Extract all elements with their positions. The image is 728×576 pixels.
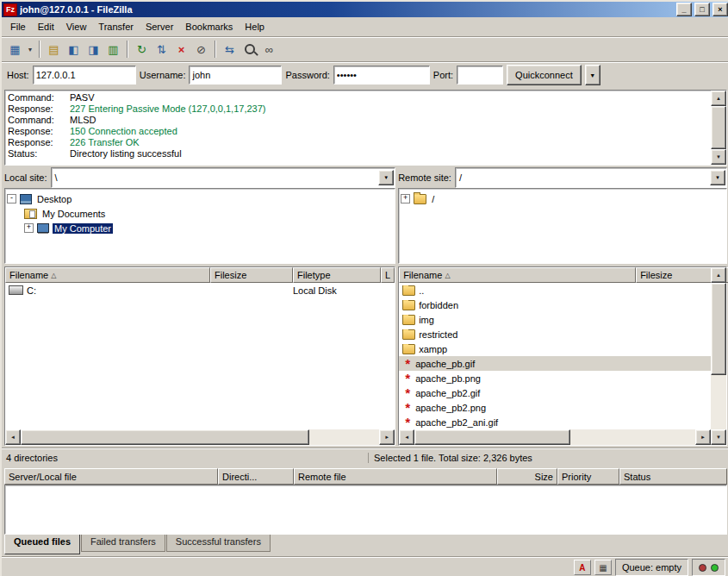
local-site-combo[interactable]: \ ▼ (51, 167, 396, 188)
scroll-track[interactable] (21, 429, 379, 445)
remote-file-row[interactable]: .. (399, 283, 711, 297)
column-last-modified[interactable]: L (381, 267, 395, 283)
remote-file-row[interactable]: xampp (399, 341, 711, 356)
tree-item-desktop[interactable]: - Desktop (7, 191, 393, 206)
local-horizontal-scrollbar[interactable]: ◄ ► (5, 429, 395, 445)
synchronized-browsing-button[interactable]: ∞ (259, 40, 279, 59)
scroll-right-icon[interactable]: ► (695, 429, 711, 445)
scroll-left-icon[interactable]: ◄ (399, 429, 414, 445)
tree-item-my-documents[interactable]: My Documents (7, 206, 393, 221)
remote-file-list: Filename△ Filesize .. forbidden (398, 266, 727, 446)
column-server-local-file[interactable]: Server/Local file (4, 468, 218, 485)
file-size: 2,414 (634, 388, 711, 398)
quickconnect-button[interactable]: Quickconnect (507, 65, 582, 85)
menu-edit[interactable]: Edit (32, 19, 60, 34)
remote-file-row[interactable]: forbidden (399, 297, 711, 312)
disconnect-button[interactable]: ⊘ (191, 40, 211, 59)
toggle-message-log-button[interactable]: ▤ (44, 40, 64, 59)
cancel-button[interactable]: × (171, 40, 191, 59)
process-queue-button[interactable]: ⇅ (152, 40, 171, 59)
log-label: Response: (8, 103, 70, 115)
remote-file-row[interactable]: *apache_pb2.gif 2,414 (399, 385, 711, 400)
remote-file-row-selected[interactable]: *apache_pb.gif 2,326 (399, 356, 711, 371)
refresh-button[interactable]: ↻ (132, 40, 152, 59)
menu-help[interactable]: Help (239, 19, 271, 34)
menu-transfer[interactable]: Transfer (92, 19, 140, 34)
password-input[interactable] (333, 66, 430, 85)
find-files-button[interactable] (240, 40, 259, 59)
scroll-left-icon[interactable]: ◄ (5, 429, 21, 445)
remote-file-row[interactable]: *apache_pb2_ani.gif 2,160 (399, 415, 711, 429)
scroll-right-icon[interactable]: ► (379, 429, 395, 445)
log-line: Response:227 Entering Passive Mode (127,… (8, 103, 708, 115)
quickconnect-dropdown-button[interactable]: ▼ (585, 65, 600, 85)
collapse-icon[interactable]: - (7, 194, 16, 203)
log-line: Response:150 Connection accepted (8, 126, 708, 137)
scroll-up-icon[interactable]: ▲ (711, 267, 726, 283)
column-filename[interactable]: Filename△ (399, 267, 636, 283)
title-bar[interactable]: Fz john@127.0.0.1 - FileZilla _ □ × (2, 2, 728, 17)
receive-led-icon (699, 564, 706, 572)
remote-file-row[interactable]: restricted (399, 327, 711, 341)
maximize-button[interactable]: □ (694, 3, 710, 16)
tab-queued-files[interactable]: Queued files (4, 535, 80, 554)
transfer-type-icon[interactable]: A (574, 560, 591, 575)
scroll-up-icon[interactable]: ▲ (711, 91, 726, 106)
tree-item-my-computer[interactable]: + My Computer (7, 221, 393, 235)
local-file-row[interactable]: C: Local Disk (5, 283, 395, 297)
scroll-thumb[interactable] (711, 283, 726, 375)
column-size[interactable]: Size (497, 468, 557, 485)
toggle-transfer-queue-button[interactable]: ▥ (103, 40, 123, 59)
menu-file[interactable]: File (4, 19, 32, 34)
expand-icon[interactable]: + (401, 194, 410, 203)
menu-server[interactable]: Server (140, 19, 179, 34)
scroll-track[interactable] (414, 429, 695, 445)
combo-arrow-icon[interactable]: ▼ (710, 170, 725, 185)
scroll-down-icon[interactable]: ▼ (711, 149, 726, 165)
toggle-local-tree-button[interactable]: ◧ (64, 40, 84, 59)
column-filename[interactable]: Filename△ (5, 267, 210, 283)
menu-bookmarks[interactable]: Bookmarks (179, 19, 239, 34)
remote-horizontal-scrollbar[interactable]: ◄ ► (399, 429, 711, 445)
port-input[interactable] (457, 66, 503, 85)
remote-vertical-scrollbar[interactable]: ▲ ▼ (711, 267, 726, 445)
scroll-thumb[interactable] (711, 106, 726, 149)
host-input[interactable] (33, 66, 136, 85)
scroll-down-icon[interactable]: ▼ (711, 429, 726, 445)
column-direction[interactable]: Directi... (218, 468, 294, 485)
log-scrollbar[interactable]: ▲ ▼ (711, 91, 726, 165)
scroll-thumb[interactable] (414, 429, 570, 445)
grid-icon[interactable]: ▦ (594, 560, 612, 575)
tree-item-root[interactable]: + / (401, 191, 725, 206)
menu-view[interactable]: View (60, 19, 93, 34)
directory-comparison-button[interactable]: ⇆ (220, 40, 240, 59)
column-priority[interactable]: Priority (557, 468, 619, 485)
scroll-track[interactable] (711, 283, 726, 429)
remote-file-row[interactable]: *apache_pb2.png 1,463 (399, 400, 711, 415)
tab-successful-transfers[interactable]: Successful transfers (166, 535, 271, 552)
site-manager-dropdown-button[interactable]: ▼ (25, 40, 35, 59)
column-filetype[interactable]: Filetype (293, 267, 381, 283)
transfer-queue-icon: ▥ (108, 44, 118, 55)
scroll-thumb[interactable] (21, 429, 309, 445)
column-filesize[interactable]: Filesize (210, 267, 293, 283)
log-text: 150 Connection accepted (70, 126, 177, 137)
column-remote-file[interactable]: Remote file (294, 468, 497, 485)
process-queue-icon: ⇅ (157, 44, 166, 55)
site-manager-button[interactable]: ▦ (5, 40, 25, 59)
minimize-button[interactable]: _ (676, 3, 692, 16)
toggle-remote-tree-button[interactable]: ◨ (84, 40, 103, 59)
local-list-header: Filename△ Filesize Filetype L (5, 267, 395, 283)
remote-site-combo[interactable]: / ▼ (455, 167, 727, 188)
close-button[interactable]: × (712, 3, 728, 16)
directory-comparison-icon: ⇆ (225, 44, 234, 55)
scroll-track[interactable] (711, 106, 726, 149)
file-type: Local Disk (289, 285, 376, 296)
remote-file-row[interactable]: *apache_pb.png 1,385 (399, 371, 711, 385)
tab-failed-transfers[interactable]: Failed transfers (81, 535, 165, 552)
column-status[interactable]: Status (619, 468, 727, 485)
combo-arrow-icon[interactable]: ▼ (378, 170, 394, 185)
remote-file-row[interactable]: img (399, 312, 711, 327)
username-input[interactable] (189, 66, 282, 85)
expand-icon[interactable]: + (24, 223, 34, 233)
